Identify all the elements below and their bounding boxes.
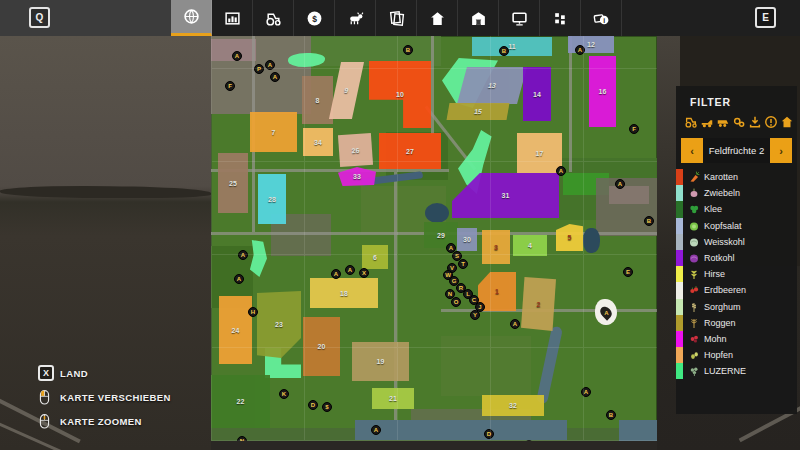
field-3[interactable]: 3 [482,230,510,264]
tab-statistics[interactable] [212,0,253,36]
field-22[interactable]: 22 [211,375,270,428]
map-poi-icon: E [623,267,633,277]
crop-color-swatch [676,169,683,185]
location-marker-icon: A [595,299,617,325]
red-cabbage-icon [687,252,700,265]
next-menu-key[interactable]: E [755,7,776,28]
tab-buildings[interactable] [458,0,499,36]
mouse-left-icon [38,389,60,406]
crop-filter-row[interactable]: LUZERNE [676,363,797,379]
tab-animals[interactable] [335,0,376,36]
treeline-silhouette [0,186,211,198]
field-number: 14 [533,91,541,98]
onion-icon [688,187,700,199]
field-number: 22 [237,398,245,405]
map-poi-icon: A [234,274,244,284]
crop-color-swatch [676,331,683,347]
field-20[interactable]: 20 [303,317,340,376]
field-7[interactable]: 7 [250,112,297,152]
field-6[interactable]: 6 [362,245,388,269]
svg-text:i: i [603,16,605,23]
field-number: 20 [318,343,326,350]
crop-filter-row[interactable]: Sorghum [676,299,797,315]
crop-filter-row[interactable]: Hirse [676,266,797,282]
tab-contracts[interactable] [376,0,417,36]
lucerne-icon [687,365,700,378]
harvester-icon [700,115,714,129]
field-23[interactable]: 23 [257,291,301,358]
tab-map[interactable] [171,0,212,36]
field-11[interactable]: 11 [472,37,552,56]
field-16[interactable]: 16 [589,56,616,127]
field-number: 34 [314,139,322,146]
field-14[interactable]: 14 [523,67,551,121]
tab-garage[interactable] [417,0,458,36]
field-5[interactable]: 5 [556,224,583,251]
filter-tractor-o-button[interactable] [684,114,698,129]
mouse-wheel-icon [38,413,51,430]
tab-finances[interactable]: $ [294,0,335,36]
lucerne-icon [688,365,700,377]
field-13[interactable]: 13 [457,67,527,104]
field-number: 1 [495,288,499,295]
crop-filter-row[interactable]: Erdbeeren [676,282,797,298]
selector-next-button[interactable]: › [770,138,792,163]
tab-prices-info[interactable]: i [581,0,622,36]
field-32[interactable]: 32 [482,395,544,416]
field-2[interactable]: 2 [521,277,556,331]
crop-filter-row[interactable]: Weisskohl [676,234,797,250]
map-poi-icon: K [279,389,289,399]
crop-filter-row[interactable]: Roggen [676,315,797,331]
field-24[interactable]: 24 [219,296,252,364]
crop-label: Roggen [704,318,736,328]
crop-color-swatch [676,234,683,250]
menu-tabs: $i [171,0,622,36]
prev-menu-key[interactable]: Q [29,7,50,28]
map-water [355,420,567,440]
crop-filter-row[interactable]: Klee [676,201,797,217]
tab-vehicles[interactable] [253,0,294,36]
crop-filter-row[interactable]: Kopfsalat [676,218,797,234]
crop-filter-row[interactable]: Rotkohl [676,250,797,266]
field-10[interactable]: 10 [369,61,431,128]
minimap[interactable]: 7891034262733252811121315141617312930345… [211,36,657,441]
field-34[interactable]: 34 [303,128,333,156]
field-number: 30 [463,236,471,243]
field-26[interactable]: 26 [338,133,373,167]
field-17[interactable]: 17 [517,133,562,173]
selector-prev-button[interactable]: ‹ [681,138,703,163]
map-water [619,420,657,441]
field-27[interactable]: 27 [379,133,441,169]
field-19[interactable]: 19 [352,342,409,381]
filter-warning-button[interactable] [764,114,778,129]
crop-filter-row[interactable]: Mohn [676,331,797,347]
filter-trailer-button[interactable] [716,114,730,129]
map-poi-icon: F [225,81,235,91]
field-4[interactable]: 4 [513,235,547,256]
filter-house-o-button[interactable] [780,114,794,129]
tab-production[interactable] [499,0,540,36]
crop-filter-row[interactable]: Zwiebeln [676,185,797,201]
field-number: 33 [353,173,361,180]
map-poi-icon: H [248,307,258,317]
crop-filter-row[interactable]: Karotten [676,169,797,185]
crop-filter-row[interactable]: Hopfen [676,347,797,363]
tab-placeables[interactable] [540,0,581,36]
filter-gears-button[interactable] [732,114,746,129]
legend-label: KARTE ZOOMEN [60,416,142,427]
terrain-patch [441,336,531,396]
field-30[interactable]: 30 [457,228,477,251]
poppy-icon [687,332,700,345]
filter-harvester-button[interactable] [700,114,714,129]
field-28[interactable]: 28 [258,174,286,224]
strawberry-icon [687,284,700,297]
money-icon: i [593,10,610,27]
filter-download-button[interactable] [748,114,762,129]
cabbage-icon [688,236,700,248]
crop-color-swatch [676,218,683,234]
field-9[interactable]: 9 [329,62,364,119]
field-18[interactable]: 18 [310,278,378,308]
field-21[interactable]: 21 [372,388,414,409]
field-25[interactable]: 25 [218,153,248,213]
field-15[interactable]: 15 [447,103,510,120]
